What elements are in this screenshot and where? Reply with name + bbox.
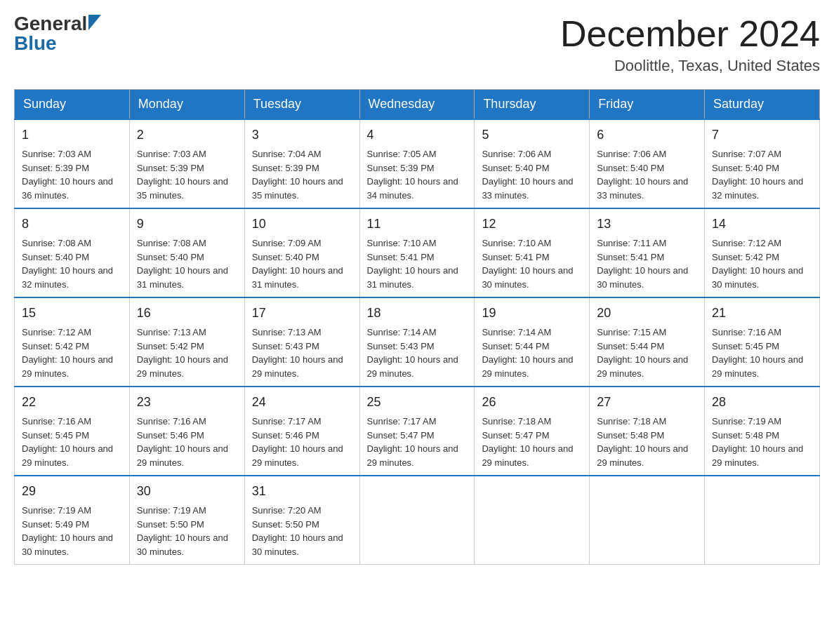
- day-info: Sunrise: 7:16 AMSunset: 5:45 PMDaylight:…: [712, 326, 812, 380]
- day-number: 14: [712, 215, 812, 234]
- day-number: 23: [137, 393, 237, 412]
- calendar-week-row-5: 29Sunrise: 7:19 AMSunset: 5:49 PMDayligh…: [15, 476, 820, 565]
- day-number: 13: [597, 215, 697, 234]
- day-number: 5: [482, 126, 582, 145]
- calendar-day-9: 9Sunrise: 7:08 AMSunset: 5:40 PMDaylight…: [129, 208, 244, 297]
- calendar-day-12: 12Sunrise: 7:10 AMSunset: 5:41 PMDayligh…: [475, 208, 590, 297]
- day-number: 2: [137, 126, 237, 145]
- calendar-day-22: 22Sunrise: 7:16 AMSunset: 5:45 PMDayligh…: [15, 387, 130, 476]
- day-info: Sunrise: 7:05 AMSunset: 5:39 PMDaylight:…: [367, 147, 468, 202]
- day-number: 10: [252, 215, 352, 234]
- day-info: Sunrise: 7:12 AMSunset: 5:42 PMDaylight:…: [22, 326, 122, 380]
- day-number: 18: [367, 304, 468, 323]
- day-info: Sunrise: 7:08 AMSunset: 5:40 PMDaylight:…: [22, 236, 122, 291]
- logo-blue-text: Blue: [14, 34, 57, 53]
- day-info: Sunrise: 7:09 AMSunset: 5:40 PMDaylight:…: [252, 236, 352, 291]
- title-section: December 2024 Doolittle, Texas, United S…: [560, 14, 820, 75]
- day-info: Sunrise: 7:16 AMSunset: 5:45 PMDaylight:…: [22, 415, 122, 469]
- calendar-day-15: 15Sunrise: 7:12 AMSunset: 5:42 PMDayligh…: [15, 297, 130, 387]
- calendar-header-row: SundayMondayTuesdayWednesdayThursdayFrid…: [15, 90, 820, 120]
- calendar-day-17: 17Sunrise: 7:13 AMSunset: 5:43 PMDayligh…: [244, 297, 359, 387]
- calendar-day-28: 28Sunrise: 7:19 AMSunset: 5:48 PMDayligh…: [705, 387, 820, 476]
- calendar-header-tuesday: Tuesday: [244, 90, 359, 120]
- page-header: General Blue December 2024 Doolittle, Te…: [14, 14, 820, 75]
- day-info: Sunrise: 7:07 AMSunset: 5:40 PMDaylight:…: [712, 147, 812, 202]
- day-number: 24: [252, 393, 352, 412]
- day-number: 4: [367, 126, 468, 145]
- calendar-day-13: 13Sunrise: 7:11 AMSunset: 5:41 PMDayligh…: [590, 208, 705, 297]
- calendar-header-monday: Monday: [129, 90, 244, 120]
- day-number: 21: [712, 304, 812, 323]
- day-number: 8: [22, 215, 122, 234]
- day-info: Sunrise: 7:18 AMSunset: 5:47 PMDaylight:…: [482, 415, 582, 469]
- day-number: 16: [137, 304, 237, 323]
- calendar-day-7: 7Sunrise: 7:07 AMSunset: 5:40 PMDaylight…: [705, 119, 820, 208]
- day-number: 9: [137, 215, 237, 234]
- calendar-day-26: 26Sunrise: 7:18 AMSunset: 5:47 PMDayligh…: [475, 387, 590, 476]
- calendar-day-10: 10Sunrise: 7:09 AMSunset: 5:40 PMDayligh…: [244, 208, 359, 297]
- day-info: Sunrise: 7:19 AMSunset: 5:48 PMDaylight:…: [712, 415, 812, 469]
- calendar-day-24: 24Sunrise: 7:17 AMSunset: 5:46 PMDayligh…: [244, 387, 359, 476]
- calendar-day-20: 20Sunrise: 7:15 AMSunset: 5:44 PMDayligh…: [590, 297, 705, 387]
- calendar-table: SundayMondayTuesdayWednesdayThursdayFrid…: [14, 89, 820, 565]
- calendar-empty-cell: [475, 476, 590, 565]
- calendar-day-18: 18Sunrise: 7:14 AMSunset: 5:43 PMDayligh…: [359, 297, 475, 387]
- calendar-week-row-3: 15Sunrise: 7:12 AMSunset: 5:42 PMDayligh…: [15, 297, 820, 387]
- day-number: 12: [482, 215, 582, 234]
- day-number: 3: [252, 126, 352, 145]
- calendar-empty-cell: [359, 476, 475, 565]
- day-info: Sunrise: 7:19 AMSunset: 5:49 PMDaylight:…: [22, 504, 122, 558]
- day-number: 31: [252, 482, 352, 501]
- logo-general-text: General: [14, 14, 87, 34]
- month-year-title: December 2024: [560, 14, 820, 54]
- day-number: 19: [482, 304, 582, 323]
- logo: General Blue: [14, 14, 101, 53]
- svg-marker-0: [88, 15, 101, 30]
- calendar-day-25: 25Sunrise: 7:17 AMSunset: 5:47 PMDayligh…: [359, 387, 475, 476]
- calendar-header-friday: Friday: [590, 90, 705, 120]
- day-info: Sunrise: 7:13 AMSunset: 5:42 PMDaylight:…: [137, 326, 237, 380]
- day-info: Sunrise: 7:04 AMSunset: 5:39 PMDaylight:…: [252, 147, 352, 202]
- day-info: Sunrise: 7:14 AMSunset: 5:43 PMDaylight:…: [367, 326, 468, 380]
- day-info: Sunrise: 7:06 AMSunset: 5:40 PMDaylight:…: [597, 147, 697, 202]
- day-info: Sunrise: 7:03 AMSunset: 5:39 PMDaylight:…: [137, 147, 237, 202]
- logo-triangle-icon: [88, 15, 101, 30]
- calendar-day-2: 2Sunrise: 7:03 AMSunset: 5:39 PMDaylight…: [129, 119, 244, 208]
- day-number: 15: [22, 304, 122, 323]
- day-number: 22: [22, 393, 122, 412]
- calendar-empty-cell: [705, 476, 820, 565]
- day-info: Sunrise: 7:10 AMSunset: 5:41 PMDaylight:…: [367, 236, 468, 291]
- day-info: Sunrise: 7:18 AMSunset: 5:48 PMDaylight:…: [597, 415, 697, 469]
- calendar-header-saturday: Saturday: [705, 90, 820, 120]
- calendar-week-row-1: 1Sunrise: 7:03 AMSunset: 5:39 PMDaylight…: [15, 119, 820, 208]
- calendar-week-row-4: 22Sunrise: 7:16 AMSunset: 5:45 PMDayligh…: [15, 387, 820, 476]
- calendar-day-5: 5Sunrise: 7:06 AMSunset: 5:40 PMDaylight…: [475, 119, 590, 208]
- calendar-day-30: 30Sunrise: 7:19 AMSunset: 5:50 PMDayligh…: [129, 476, 244, 565]
- calendar-day-14: 14Sunrise: 7:12 AMSunset: 5:42 PMDayligh…: [705, 208, 820, 297]
- calendar-week-row-2: 8Sunrise: 7:08 AMSunset: 5:40 PMDaylight…: [15, 208, 820, 297]
- calendar-header-thursday: Thursday: [475, 90, 590, 120]
- day-info: Sunrise: 7:13 AMSunset: 5:43 PMDaylight:…: [252, 326, 352, 380]
- calendar-day-6: 6Sunrise: 7:06 AMSunset: 5:40 PMDaylight…: [590, 119, 705, 208]
- calendar-day-3: 3Sunrise: 7:04 AMSunset: 5:39 PMDaylight…: [244, 119, 359, 208]
- day-number: 27: [597, 393, 697, 412]
- day-info: Sunrise: 7:06 AMSunset: 5:40 PMDaylight:…: [482, 147, 582, 202]
- calendar-header-sunday: Sunday: [15, 90, 130, 120]
- day-info: Sunrise: 7:15 AMSunset: 5:44 PMDaylight:…: [597, 326, 697, 380]
- calendar-day-11: 11Sunrise: 7:10 AMSunset: 5:41 PMDayligh…: [359, 208, 475, 297]
- location-subtitle: Doolittle, Texas, United States: [560, 57, 820, 75]
- day-info: Sunrise: 7:19 AMSunset: 5:50 PMDaylight:…: [137, 504, 237, 558]
- day-number: 6: [597, 126, 697, 145]
- day-info: Sunrise: 7:17 AMSunset: 5:47 PMDaylight:…: [367, 415, 468, 469]
- calendar-day-19: 19Sunrise: 7:14 AMSunset: 5:44 PMDayligh…: [475, 297, 590, 387]
- day-info: Sunrise: 7:11 AMSunset: 5:41 PMDaylight:…: [597, 236, 697, 291]
- day-number: 20: [597, 304, 697, 323]
- day-number: 1: [22, 126, 122, 145]
- calendar-empty-cell: [590, 476, 705, 565]
- day-number: 17: [252, 304, 352, 323]
- day-info: Sunrise: 7:08 AMSunset: 5:40 PMDaylight:…: [137, 236, 237, 291]
- day-info: Sunrise: 7:20 AMSunset: 5:50 PMDaylight:…: [252, 504, 352, 558]
- day-info: Sunrise: 7:16 AMSunset: 5:46 PMDaylight:…: [137, 415, 237, 469]
- day-number: 25: [367, 393, 468, 412]
- calendar-day-1: 1Sunrise: 7:03 AMSunset: 5:39 PMDaylight…: [15, 119, 130, 208]
